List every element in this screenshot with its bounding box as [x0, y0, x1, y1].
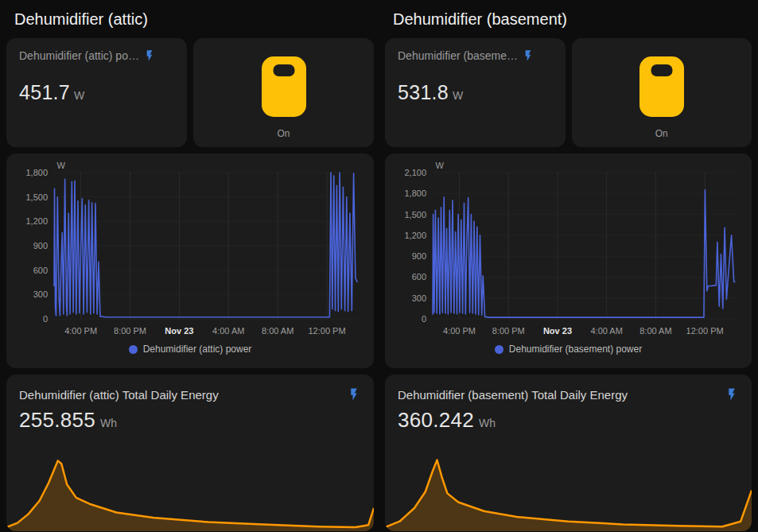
section-title: Dehumidifier (attic) — [14, 10, 374, 29]
svg-text:12:00 PM: 12:00 PM — [308, 326, 345, 336]
svg-text:8:00 PM: 8:00 PM — [492, 326, 525, 336]
chart-legend[interactable]: Dehumidifier (basement) power — [395, 344, 742, 355]
energy-value: 255.855 — [19, 408, 95, 433]
flash-icon — [143, 49, 156, 62]
power-unit: W — [74, 89, 84, 102]
power-plug-icon[interactable] — [639, 56, 684, 117]
svg-text:4:00 PM: 4:00 PM — [443, 326, 476, 336]
svg-text:0: 0 — [422, 314, 426, 324]
svg-text:600: 600 — [33, 266, 48, 275]
energy-value-row: 360.242 Wh — [398, 408, 739, 433]
power-history-card[interactable]: 03006009001,2001,5001,8004:00 PM8:00 PMN… — [6, 153, 374, 368]
energy-card-header: Dehumidifier (basement) Total Daily Ener… — [398, 387, 739, 402]
svg-text:900: 900 — [33, 241, 48, 250]
dashboard-column-basement: Dehumidifier (basement) Dehumidifier (ba… — [385, 5, 752, 531]
svg-text:4:00 AM: 4:00 AM — [212, 326, 244, 336]
dashboard-column-attic: Dehumidifier (attic) Dehumidifier (attic… — [6, 5, 374, 531]
svg-text:8:00 AM: 8:00 AM — [262, 326, 293, 336]
power-unit: W — [453, 89, 463, 102]
svg-text:Nov 23: Nov 23 — [543, 326, 572, 336]
svg-text:1,800: 1,800 — [25, 168, 48, 177]
tile-row: Dehumidifier (attic) po… 451.7 W On — [6, 38, 374, 147]
energy-card[interactable]: Dehumidifier (basement) Total Daily Ener… — [385, 375, 752, 531]
svg-text:300: 300 — [412, 293, 426, 303]
svg-text:600: 600 — [412, 272, 426, 282]
legend-label: Dehumidifier (basement) power — [509, 344, 642, 355]
energy-title: Dehumidifier (basement) Total Daily Ener… — [398, 388, 628, 402]
svg-text:1,500: 1,500 — [25, 192, 48, 202]
tile-row: Dehumidifier (baseme… 531.8 W On — [385, 38, 752, 147]
power-history-chart: 03006009001,2001,5001,8004:00 PM8:00 PMN… — [16, 160, 364, 340]
legend-dot — [129, 345, 138, 354]
chart-legend[interactable]: Dehumidifier (attic) power — [16, 344, 364, 355]
svg-text:0: 0 — [43, 314, 48, 324]
svg-text:W: W — [436, 161, 445, 170]
energy-title: Dehumidifier (attic) Total Daily Energy — [19, 388, 219, 402]
svg-text:8:00 PM: 8:00 PM — [114, 326, 146, 336]
flash-icon — [347, 387, 361, 402]
power-sensor-card[interactable]: Dehumidifier (baseme… 531.8 W — [385, 38, 566, 147]
svg-text:300: 300 — [33, 289, 48, 299]
switch-card[interactable]: On — [193, 38, 374, 147]
sensor-title: Dehumidifier (attic) po… — [19, 49, 139, 62]
sensor-value-row: 451.7 W — [19, 81, 174, 104]
plug-icon-wrap — [639, 49, 684, 123]
legend-dot — [495, 345, 503, 354]
svg-text:2,100: 2,100 — [404, 168, 426, 177]
power-value: 531.8 — [398, 81, 449, 104]
energy-unit: Wh — [100, 417, 117, 429]
sensor-value-row: 531.8 W — [398, 81, 553, 104]
switch-card[interactable]: On — [572, 38, 752, 147]
energy-area-chart — [385, 451, 752, 531]
energy-area-chart — [6, 451, 374, 531]
legend-label: Dehumidifier (attic) power — [143, 344, 252, 355]
svg-text:Nov 23: Nov 23 — [165, 326, 193, 336]
plug-slot — [651, 64, 672, 76]
energy-card-header: Dehumidifier (attic) Total Daily Energy — [19, 387, 361, 402]
svg-text:4:00 AM: 4:00 AM — [591, 326, 623, 336]
energy-value: 360.242 — [398, 408, 474, 433]
power-sensor-card[interactable]: Dehumidifier (attic) po… 451.7 W — [6, 38, 187, 147]
switch-state: On — [277, 128, 290, 139]
svg-text:4:00 PM: 4:00 PM — [64, 326, 97, 336]
svg-text:1,500: 1,500 — [404, 210, 426, 219]
flash-icon — [725, 387, 739, 402]
svg-text:900: 900 — [412, 251, 426, 261]
energy-unit: Wh — [479, 417, 496, 429]
sensor-card-header: Dehumidifier (attic) po… — [19, 49, 174, 62]
section-title: Dehumidifier (basement) — [393, 10, 752, 29]
svg-text:1,800: 1,800 — [404, 188, 426, 198]
power-history-card[interactable]: 03006009001,2001,5001,8002,1004:00 PM8:0… — [385, 153, 752, 368]
power-value: 451.7 — [19, 81, 70, 104]
svg-text:W: W — [57, 161, 66, 170]
switch-state: On — [655, 128, 668, 139]
sensor-card-header: Dehumidifier (baseme… — [398, 49, 553, 62]
energy-value-row: 255.855 Wh — [19, 408, 361, 433]
svg-text:1,200: 1,200 — [404, 231, 426, 240]
ha-dashboard: Dehumidifier (attic) Dehumidifier (attic… — [0, 0, 758, 531]
svg-text:12:00 PM: 12:00 PM — [686, 326, 724, 336]
svg-text:1,200: 1,200 — [25, 216, 48, 226]
energy-card[interactable]: Dehumidifier (attic) Total Daily Energy … — [6, 375, 374, 531]
flash-icon — [522, 49, 534, 62]
power-plug-icon[interactable] — [262, 56, 306, 117]
plug-slot — [273, 64, 294, 76]
power-history-chart: 03006009001,2001,5001,8002,1004:00 PM8:0… — [395, 160, 742, 340]
svg-text:8:00 AM: 8:00 AM — [639, 326, 671, 336]
plug-icon-wrap — [262, 49, 306, 123]
sensor-title: Dehumidifier (baseme… — [398, 49, 518, 62]
